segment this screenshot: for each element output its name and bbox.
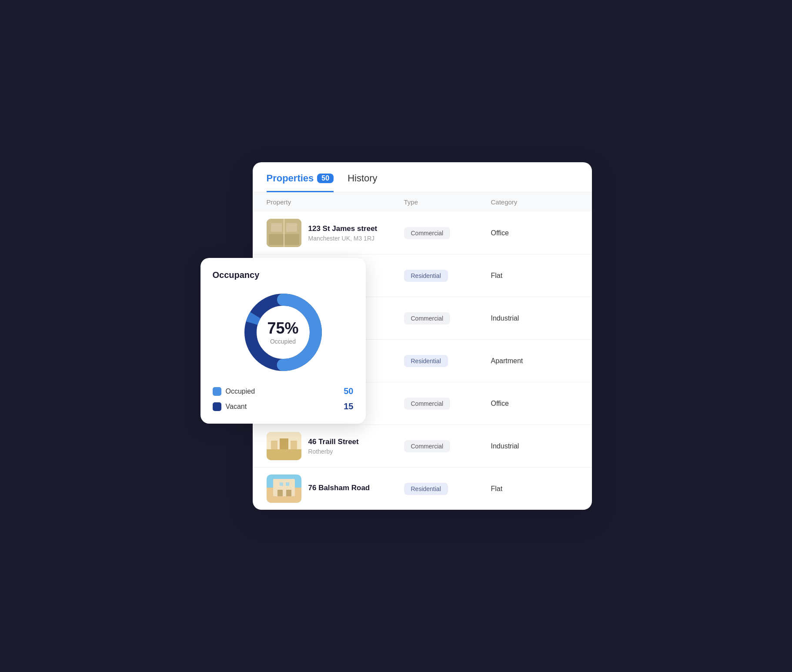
category-cell: Industrial (491, 314, 578, 322)
occupied-count: 50 (344, 386, 353, 396)
table-row[interactable]: 76 Balsham Road Residential Flat (253, 468, 592, 510)
property-cell: 46 Traill Street Rotherby (267, 432, 404, 460)
occupied-dot (213, 387, 221, 396)
occupancy-legend: Occupied 50 Vacant 15 (213, 386, 354, 411)
svg-rect-8 (267, 449, 301, 460)
property-cell: 123 St James street Manchester UK, M3 1R… (267, 219, 404, 247)
legend-item-vacant: Vacant 15 (213, 401, 354, 411)
donut-chart: 75% Occupied (240, 289, 327, 376)
table-header: Property Type Category (253, 192, 592, 212)
svg-rect-11 (271, 441, 277, 449)
tab-history[interactable]: History (348, 173, 377, 192)
occupancy-title: Occupancy (213, 270, 354, 280)
svg-rect-5 (267, 231, 301, 232)
legend-left: Vacant (213, 402, 247, 411)
type-badge: Residential (404, 483, 448, 495)
screen-wrapper: Properties 50 History Property Type Cate… (201, 162, 592, 510)
category-cell: Flat (491, 485, 578, 493)
legend-left: Occupied (213, 387, 255, 396)
svg-rect-1 (267, 232, 301, 247)
property-info: 46 Traill Street Rotherby (308, 438, 359, 455)
legend-item-occupied: Occupied 50 (213, 386, 354, 396)
type-badge: Commercial (404, 440, 451, 452)
category-cell: Industrial (491, 442, 578, 450)
category-cell: Flat (491, 272, 578, 280)
type-cell: Residential (404, 355, 491, 367)
table-row[interactable]: 46 Traill Street Rotherby Commercial Ind… (253, 425, 592, 468)
svg-rect-18 (286, 482, 289, 486)
svg-rect-4 (282, 219, 283, 247)
svg-rect-10 (291, 441, 297, 449)
property-image (267, 219, 301, 247)
type-cell: Residential (404, 483, 491, 495)
donut-center: 75% Occupied (267, 319, 298, 345)
type-cell: Commercial (404, 312, 491, 324)
donut-occupied-label: Occupied (270, 338, 296, 345)
svg-rect-0 (267, 219, 301, 247)
tab-properties-label: Properties (267, 173, 314, 184)
svg-rect-16 (286, 490, 291, 496)
occupancy-card: Occupancy 75% Occupied (201, 258, 366, 424)
property-address: Rotherby (308, 448, 359, 455)
category-cell: Apartment (491, 357, 578, 365)
type-cell: Residential (404, 270, 491, 282)
type-badge: Commercial (404, 227, 451, 239)
tab-history-label: History (348, 173, 377, 184)
svg-rect-3 (286, 222, 298, 232)
tab-properties-badge: 50 (317, 174, 334, 183)
property-cell: 76 Balsham Road (267, 475, 404, 503)
property-info: 123 St James street Manchester UK, M3 1R… (308, 224, 378, 242)
svg-rect-2 (270, 222, 282, 232)
property-name: 46 Traill Street (308, 438, 359, 446)
type-badge: Commercial (404, 312, 451, 324)
vacant-count: 15 (344, 401, 353, 411)
header-type: Type (404, 198, 491, 206)
svg-rect-9 (280, 438, 288, 449)
type-cell: Commercial (404, 227, 491, 239)
type-cell: Commercial (404, 440, 491, 452)
property-address: Manchester UK, M3 1RJ (308, 235, 378, 242)
property-info: 76 Balsham Road (308, 484, 370, 494)
occupied-label: Occupied (226, 388, 255, 395)
donut-percent: 75% (267, 319, 298, 338)
svg-rect-17 (280, 482, 283, 486)
type-badge: Commercial (404, 398, 451, 410)
vacant-dot (213, 402, 221, 411)
property-image (267, 432, 301, 460)
header-property: Property (267, 198, 404, 206)
property-name: 123 St James street (308, 224, 378, 233)
svg-rect-14 (273, 479, 295, 496)
type-badge: Residential (404, 355, 448, 367)
category-cell: Office (491, 400, 578, 408)
tab-properties[interactable]: Properties 50 (267, 173, 334, 192)
header-category: Category (491, 198, 578, 206)
donut-container: 75% Occupied (213, 289, 354, 376)
category-cell: Office (491, 229, 578, 237)
table-row[interactable]: 123 St James street Manchester UK, M3 1R… (253, 212, 592, 254)
property-name: 76 Balsham Road (308, 484, 370, 492)
vacant-label: Vacant (226, 403, 247, 411)
svg-rect-15 (277, 490, 283, 496)
tabs-bar: Properties 50 History (253, 162, 592, 192)
property-image (267, 475, 301, 503)
type-cell: Commercial (404, 398, 491, 410)
type-badge: Residential (404, 270, 448, 282)
